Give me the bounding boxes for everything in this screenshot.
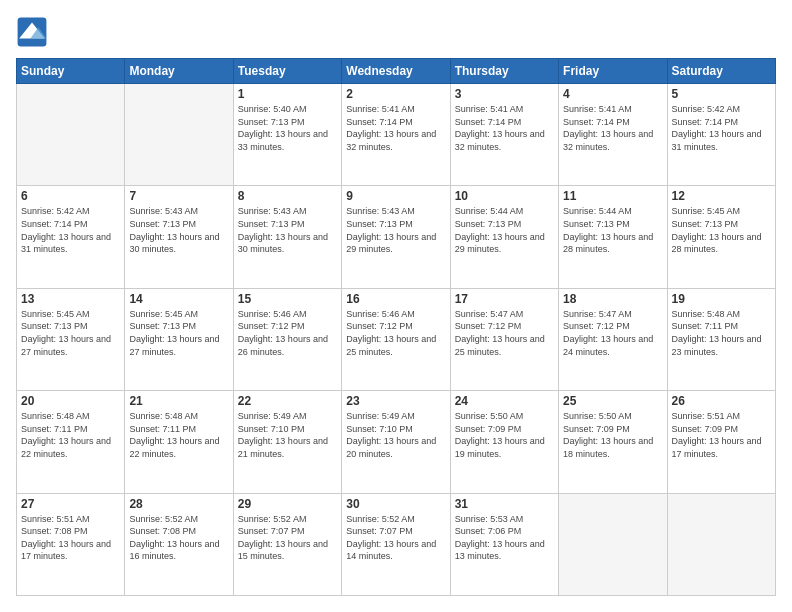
calendar-cell: 11Sunrise: 5:44 AM Sunset: 7:13 PM Dayli…	[559, 186, 667, 288]
day-info: Sunrise: 5:43 AM Sunset: 7:13 PM Dayligh…	[346, 205, 445, 255]
calendar-cell: 28Sunrise: 5:52 AM Sunset: 7:08 PM Dayli…	[125, 493, 233, 595]
day-number: 18	[563, 292, 662, 306]
day-info: Sunrise: 5:52 AM Sunset: 7:07 PM Dayligh…	[238, 513, 337, 563]
calendar-table: SundayMondayTuesdayWednesdayThursdayFrid…	[16, 58, 776, 596]
day-info: Sunrise: 5:44 AM Sunset: 7:13 PM Dayligh…	[563, 205, 662, 255]
calendar-cell: 5Sunrise: 5:42 AM Sunset: 7:14 PM Daylig…	[667, 84, 775, 186]
header	[16, 16, 776, 48]
day-info: Sunrise: 5:48 AM Sunset: 7:11 PM Dayligh…	[672, 308, 771, 358]
calendar-cell: 25Sunrise: 5:50 AM Sunset: 7:09 PM Dayli…	[559, 391, 667, 493]
calendar-header-friday: Friday	[559, 59, 667, 84]
logo	[16, 16, 52, 48]
calendar-cell: 4Sunrise: 5:41 AM Sunset: 7:14 PM Daylig…	[559, 84, 667, 186]
day-number: 24	[455, 394, 554, 408]
day-number: 27	[21, 497, 120, 511]
calendar-cell: 8Sunrise: 5:43 AM Sunset: 7:13 PM Daylig…	[233, 186, 341, 288]
calendar-cell: 6Sunrise: 5:42 AM Sunset: 7:14 PM Daylig…	[17, 186, 125, 288]
calendar-cell: 22Sunrise: 5:49 AM Sunset: 7:10 PM Dayli…	[233, 391, 341, 493]
day-number: 26	[672, 394, 771, 408]
day-info: Sunrise: 5:42 AM Sunset: 7:14 PM Dayligh…	[672, 103, 771, 153]
day-info: Sunrise: 5:46 AM Sunset: 7:12 PM Dayligh…	[238, 308, 337, 358]
calendar-header-wednesday: Wednesday	[342, 59, 450, 84]
day-number: 11	[563, 189, 662, 203]
calendar-cell: 17Sunrise: 5:47 AM Sunset: 7:12 PM Dayli…	[450, 288, 558, 390]
day-number: 8	[238, 189, 337, 203]
day-info: Sunrise: 5:47 AM Sunset: 7:12 PM Dayligh…	[563, 308, 662, 358]
calendar-cell: 18Sunrise: 5:47 AM Sunset: 7:12 PM Dayli…	[559, 288, 667, 390]
day-info: Sunrise: 5:46 AM Sunset: 7:12 PM Dayligh…	[346, 308, 445, 358]
day-number: 7	[129, 189, 228, 203]
day-number: 22	[238, 394, 337, 408]
day-info: Sunrise: 5:49 AM Sunset: 7:10 PM Dayligh…	[238, 410, 337, 460]
day-number: 29	[238, 497, 337, 511]
day-number: 15	[238, 292, 337, 306]
day-number: 12	[672, 189, 771, 203]
calendar-header-tuesday: Tuesday	[233, 59, 341, 84]
calendar-cell: 14Sunrise: 5:45 AM Sunset: 7:13 PM Dayli…	[125, 288, 233, 390]
day-number: 25	[563, 394, 662, 408]
calendar-cell: 23Sunrise: 5:49 AM Sunset: 7:10 PM Dayli…	[342, 391, 450, 493]
day-number: 6	[21, 189, 120, 203]
calendar-cell	[667, 493, 775, 595]
calendar-cell	[17, 84, 125, 186]
day-number: 5	[672, 87, 771, 101]
day-info: Sunrise: 5:41 AM Sunset: 7:14 PM Dayligh…	[455, 103, 554, 153]
day-info: Sunrise: 5:40 AM Sunset: 7:13 PM Dayligh…	[238, 103, 337, 153]
day-number: 3	[455, 87, 554, 101]
day-info: Sunrise: 5:52 AM Sunset: 7:08 PM Dayligh…	[129, 513, 228, 563]
logo-icon	[16, 16, 48, 48]
day-number: 13	[21, 292, 120, 306]
calendar-cell: 2Sunrise: 5:41 AM Sunset: 7:14 PM Daylig…	[342, 84, 450, 186]
day-info: Sunrise: 5:41 AM Sunset: 7:14 PM Dayligh…	[563, 103, 662, 153]
calendar-header-thursday: Thursday	[450, 59, 558, 84]
day-info: Sunrise: 5:53 AM Sunset: 7:06 PM Dayligh…	[455, 513, 554, 563]
day-number: 10	[455, 189, 554, 203]
calendar-header-saturday: Saturday	[667, 59, 775, 84]
calendar-cell: 16Sunrise: 5:46 AM Sunset: 7:12 PM Dayli…	[342, 288, 450, 390]
day-number: 14	[129, 292, 228, 306]
calendar-week-row: 1Sunrise: 5:40 AM Sunset: 7:13 PM Daylig…	[17, 84, 776, 186]
calendar-header-sunday: Sunday	[17, 59, 125, 84]
calendar-cell: 29Sunrise: 5:52 AM Sunset: 7:07 PM Dayli…	[233, 493, 341, 595]
calendar-cell: 1Sunrise: 5:40 AM Sunset: 7:13 PM Daylig…	[233, 84, 341, 186]
day-number: 4	[563, 87, 662, 101]
calendar-cell: 3Sunrise: 5:41 AM Sunset: 7:14 PM Daylig…	[450, 84, 558, 186]
day-info: Sunrise: 5:48 AM Sunset: 7:11 PM Dayligh…	[21, 410, 120, 460]
calendar-cell: 12Sunrise: 5:45 AM Sunset: 7:13 PM Dayli…	[667, 186, 775, 288]
day-info: Sunrise: 5:51 AM Sunset: 7:08 PM Dayligh…	[21, 513, 120, 563]
day-info: Sunrise: 5:44 AM Sunset: 7:13 PM Dayligh…	[455, 205, 554, 255]
calendar-cell: 13Sunrise: 5:45 AM Sunset: 7:13 PM Dayli…	[17, 288, 125, 390]
day-info: Sunrise: 5:47 AM Sunset: 7:12 PM Dayligh…	[455, 308, 554, 358]
day-info: Sunrise: 5:52 AM Sunset: 7:07 PM Dayligh…	[346, 513, 445, 563]
day-number: 23	[346, 394, 445, 408]
calendar-cell: 9Sunrise: 5:43 AM Sunset: 7:13 PM Daylig…	[342, 186, 450, 288]
calendar-cell: 30Sunrise: 5:52 AM Sunset: 7:07 PM Dayli…	[342, 493, 450, 595]
calendar-week-row: 27Sunrise: 5:51 AM Sunset: 7:08 PM Dayli…	[17, 493, 776, 595]
day-info: Sunrise: 5:50 AM Sunset: 7:09 PM Dayligh…	[563, 410, 662, 460]
day-info: Sunrise: 5:43 AM Sunset: 7:13 PM Dayligh…	[238, 205, 337, 255]
calendar-cell	[125, 84, 233, 186]
calendar-week-row: 6Sunrise: 5:42 AM Sunset: 7:14 PM Daylig…	[17, 186, 776, 288]
calendar-cell: 20Sunrise: 5:48 AM Sunset: 7:11 PM Dayli…	[17, 391, 125, 493]
day-number: 31	[455, 497, 554, 511]
day-number: 30	[346, 497, 445, 511]
day-number: 9	[346, 189, 445, 203]
day-info: Sunrise: 5:51 AM Sunset: 7:09 PM Dayligh…	[672, 410, 771, 460]
calendar-header-row: SundayMondayTuesdayWednesdayThursdayFrid…	[17, 59, 776, 84]
page: SundayMondayTuesdayWednesdayThursdayFrid…	[0, 0, 792, 612]
day-number: 17	[455, 292, 554, 306]
day-info: Sunrise: 5:41 AM Sunset: 7:14 PM Dayligh…	[346, 103, 445, 153]
day-info: Sunrise: 5:45 AM Sunset: 7:13 PM Dayligh…	[672, 205, 771, 255]
calendar-cell: 7Sunrise: 5:43 AM Sunset: 7:13 PM Daylig…	[125, 186, 233, 288]
day-number: 28	[129, 497, 228, 511]
day-number: 19	[672, 292, 771, 306]
day-info: Sunrise: 5:43 AM Sunset: 7:13 PM Dayligh…	[129, 205, 228, 255]
calendar-cell: 15Sunrise: 5:46 AM Sunset: 7:12 PM Dayli…	[233, 288, 341, 390]
calendar-week-row: 20Sunrise: 5:48 AM Sunset: 7:11 PM Dayli…	[17, 391, 776, 493]
calendar-cell	[559, 493, 667, 595]
calendar-cell: 31Sunrise: 5:53 AM Sunset: 7:06 PM Dayli…	[450, 493, 558, 595]
calendar-cell: 19Sunrise: 5:48 AM Sunset: 7:11 PM Dayli…	[667, 288, 775, 390]
calendar-cell: 10Sunrise: 5:44 AM Sunset: 7:13 PM Dayli…	[450, 186, 558, 288]
calendar-cell: 24Sunrise: 5:50 AM Sunset: 7:09 PM Dayli…	[450, 391, 558, 493]
day-info: Sunrise: 5:49 AM Sunset: 7:10 PM Dayligh…	[346, 410, 445, 460]
